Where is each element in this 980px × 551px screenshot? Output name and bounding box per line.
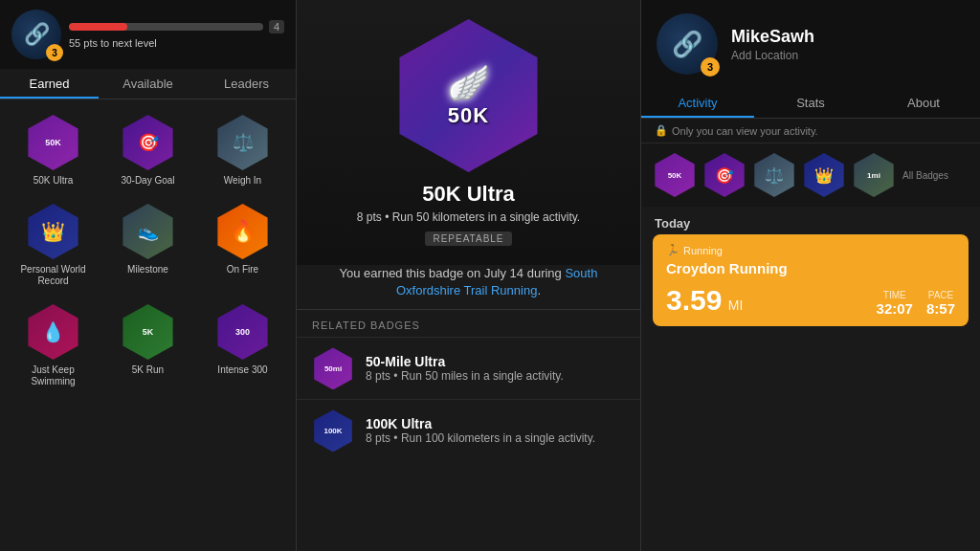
badge-item-50k[interactable]: 50K 50K Ultra	[8, 107, 99, 192]
metric-pace-label: PACE	[926, 290, 955, 300]
badge-label-onfire: On Fire	[227, 264, 258, 276]
related-hex-100k: 100K	[312, 409, 354, 452]
tab-available[interactable]: Available	[99, 69, 197, 99]
right-panel: 🔗 3 MikeSawh Add Location Activity Stats…	[641, 0, 980, 551]
related-name-50mile: 50-Mile Ultra	[366, 354, 625, 369]
avatar: 🔗 3	[11, 10, 61, 59]
earned-text: You earned this badge on July 14 during …	[297, 265, 640, 309]
profile-info: MikeSawh Add Location	[731, 27, 814, 62]
profile-header: 🔗 3 MikeSawh Add Location	[641, 0, 980, 88]
scroll-badge-milestone[interactable]: 1mi	[852, 153, 896, 197]
tab-leaders[interactable]: Leaders	[197, 69, 296, 99]
lock-icon: 🔒	[655, 124, 668, 137]
badge-item-swim[interactable]: 💧 Just Keep Swimming	[8, 297, 99, 393]
hex-shape-30day: 🎯	[121, 115, 176, 170]
profile-tab-about[interactable]: About	[867, 88, 980, 118]
scroll-badge-30day[interactable]: 🎯	[702, 153, 746, 197]
tab-earned[interactable]: Earned	[0, 69, 99, 99]
badge-main-desc: 8 pts • Run 50 kilometers in a single ac…	[357, 210, 580, 224]
main-badge-hex: 🪽 50K	[392, 19, 546, 172]
scroll-badge-weighin[interactable]: ⚖️	[752, 153, 796, 197]
profile-tabs: Activity Stats About	[641, 88, 980, 119]
scroll-badge-pwr[interactable]: 👑	[802, 153, 846, 197]
profile-rings-icon: 🔗	[672, 30, 702, 59]
related-pts-100k: 8 pts • Run 100 kilometers in a single a…	[366, 431, 625, 445]
badge-item-milestone[interactable]: 👟 Milestone	[102, 196, 193, 293]
badge-label-swim: Just Keep Swimming	[11, 364, 95, 387]
badge-item-pwr[interactable]: 👑 Personal World Record	[8, 196, 99, 293]
profile-avatar: 🔗 3	[657, 13, 718, 75]
level-bar-area: 🔗 3 4 55 pts to next level	[0, 0, 296, 69]
privacy-text: Only you can view your activity.	[672, 125, 818, 137]
badge-item-5k[interactable]: 5K 5K Run	[102, 297, 193, 393]
badge-label-milestone: Milestone	[127, 264, 168, 276]
related-hex-label-50mile: 50mi	[324, 364, 342, 373]
left-panel: 🔗 3 4 55 pts to next level Earned Availa…	[0, 0, 297, 551]
all-badges-label[interactable]: All Badges	[902, 153, 949, 197]
activity-distance: 3.59	[666, 284, 722, 316]
badge-label-weighin: Weigh In	[224, 175, 261, 187]
wings-icon: 🪽	[447, 63, 490, 103]
hex-shape-50k: 50K	[26, 115, 81, 170]
related-name-100k: 100K Ultra	[366, 416, 625, 431]
hex-shape-onfire: 🔥	[215, 204, 271, 259]
activity-type: 🏃 Running	[666, 244, 955, 256]
badge-hex-weighin: ⚖️	[213, 113, 273, 172]
level-progress-area: 4 55 pts to next level	[69, 20, 284, 49]
profile-tab-stats[interactable]: Stats	[754, 88, 867, 118]
badge-label-5k: 5K Run	[132, 364, 164, 376]
activity-stats: 3.59 MI TIME 32:07 PACE 8:57	[666, 284, 955, 317]
activity-card[interactable]: 🏃 Running Croydon Running 3.59 MI TIME 3…	[653, 234, 969, 326]
hex-shape-pwr: 👑	[26, 204, 81, 259]
profile-location[interactable]: Add Location	[731, 49, 814, 62]
center-panel: 🪽 50K 50K Ultra 8 pts • Run 50 kilometer…	[297, 0, 641, 551]
metric-time-label: TIME	[877, 290, 913, 300]
hex-shape-5k: 5K	[121, 304, 176, 360]
activity-metrics: TIME 32:07 PACE 8:57	[877, 290, 955, 317]
profile-level-badge: 3	[701, 57, 720, 77]
metric-time-value: 32:07	[877, 300, 913, 317]
repeatable-tag: REPEATABLE	[425, 231, 511, 246]
badge-hex-intense: 300	[213, 302, 273, 362]
badge-label-intense: Intense 300	[217, 364, 267, 376]
hex-shape-weighin: ⚖️	[215, 115, 271, 170]
badges-grid: 50K 50K Ultra 🎯 30-Day Goal ⚖️ Weigh In	[0, 99, 296, 401]
related-pts-50mile: 8 pts • Run 50 miles in a single activit…	[366, 369, 625, 383]
related-info-50mile: 50-Mile Ultra 8 pts • Run 50 miles in a …	[366, 354, 625, 383]
badge-hex-pwr: 👑	[24, 202, 83, 261]
activity-type-label: Running	[683, 245, 723, 256]
running-icon: 🏃	[666, 244, 679, 256]
main-badge-area: 🪽 50K 50K Ultra 8 pts • Run 50 kilometer…	[297, 0, 640, 265]
metric-time: TIME 32:07	[877, 290, 913, 317]
badge-main-title: 50K Ultra	[422, 182, 515, 207]
progress-row: 4	[69, 20, 284, 33]
activity-distance-area: 3.59 MI	[666, 284, 743, 317]
related-badge-100k[interactable]: 100K 100K Ultra 8 pts • Run 100 kilomete…	[297, 399, 640, 461]
badge-item-onfire[interactable]: 🔥 On Fire	[197, 196, 288, 293]
main-badge-inner: 🪽 50K	[447, 63, 490, 128]
badge-hex-50k: 50K	[24, 113, 83, 172]
metric-pace: PACE 8:57	[926, 290, 955, 317]
profile-tab-activity[interactable]: Activity	[641, 88, 754, 118]
hex-shape-milestone: 👟	[121, 204, 176, 259]
badge-item-30day[interactable]: 🎯 30-Day Goal	[102, 107, 193, 192]
related-hex-50mile: 50mi	[312, 347, 354, 389]
level-badge-left: 3	[46, 44, 63, 61]
related-hex-label-100k: 100K	[323, 427, 342, 435]
badges-scroll-row[interactable]: 50K 🎯 ⚖️ 👑 1mi All Badges	[641, 143, 980, 207]
earned-tabs-row: Earned Available Leaders	[0, 69, 296, 99]
related-badge-50mile[interactable]: 50mi 50-Mile Ultra 8 pts • Run 50 miles …	[297, 337, 640, 399]
today-header: Today	[641, 207, 980, 234]
badge-hex-30day: 🎯	[119, 113, 178, 172]
hex-shape-intense: 300	[215, 304, 271, 360]
badge-hex-5k: 5K	[119, 302, 178, 362]
related-info-100k: 100K Ultra 8 pts • Run 100 kilometers in…	[366, 416, 625, 445]
privacy-notice: 🔒 Only you can view your activity.	[641, 119, 980, 143]
metric-pace-value: 8:57	[926, 300, 955, 317]
related-header: RELATED BADGES	[297, 309, 640, 337]
hex-shape-swim: 💧	[26, 304, 81, 360]
scroll-badge-50k[interactable]: 50K	[653, 153, 697, 197]
badge-item-weighin[interactable]: ⚖️ Weigh In	[197, 107, 288, 192]
main-badge-50k-label: 50K	[448, 103, 489, 128]
badge-item-intense[interactable]: 300 Intense 300	[197, 297, 288, 393]
